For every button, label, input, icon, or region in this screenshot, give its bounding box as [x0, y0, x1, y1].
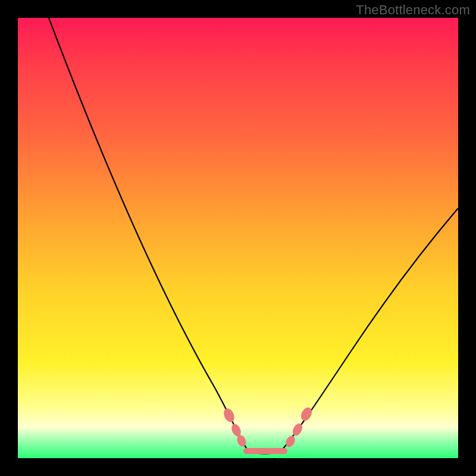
- marker-right-1: [284, 434, 297, 449]
- marker-right-3: [299, 406, 314, 423]
- plot-area: [18, 18, 458, 458]
- watermark-text: TheBottleneck.com: [356, 2, 470, 18]
- chart-frame: TheBottleneck.com: [0, 0, 476, 476]
- curve-left-branch: [49, 18, 247, 449]
- marker-left-1: [222, 407, 236, 424]
- bottleneck-curve-svg: [18, 18, 458, 458]
